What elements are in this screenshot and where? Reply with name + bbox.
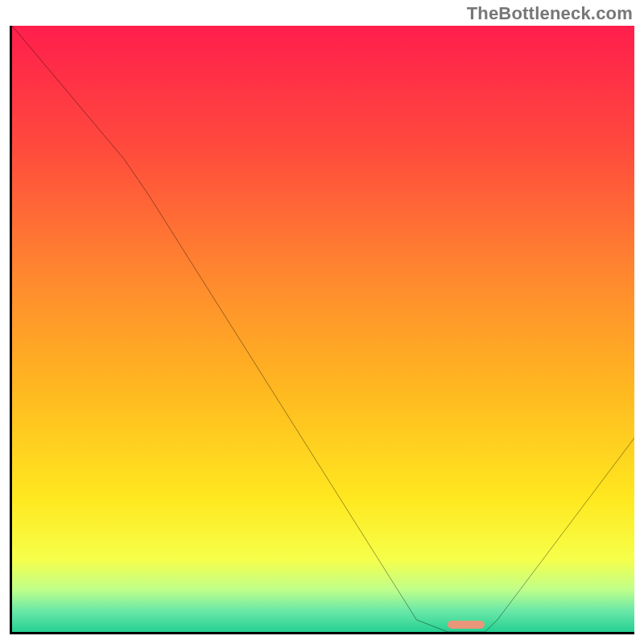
bottleneck-curve bbox=[12, 26, 634, 632]
optimal-marker bbox=[448, 621, 485, 630]
chart-frame: TheBottleneck.com bbox=[0, 0, 644, 644]
plot-area bbox=[10, 26, 634, 634]
watermark-label: TheBottleneck.com bbox=[467, 3, 633, 24]
